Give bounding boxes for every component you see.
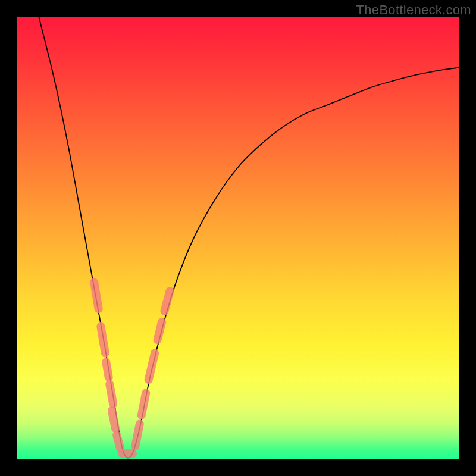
marker-group — [94, 282, 170, 453]
marker-segment — [158, 322, 162, 340]
marker-segment — [149, 353, 155, 380]
marker-segment — [106, 362, 108, 377]
marker-segment — [101, 327, 105, 353]
marker-segment — [94, 282, 98, 309]
marker-segment — [112, 411, 115, 428]
chart-frame: TheBottleneck.com — [0, 0, 476, 476]
marker-segment — [117, 435, 120, 448]
bottleneck-curve — [39, 17, 459, 458]
marker-segment — [142, 393, 146, 415]
marker-segment — [135, 424, 139, 446]
marker-segment — [165, 291, 170, 311]
plot-area — [17, 17, 459, 459]
watermark-text: TheBottleneck.com — [356, 2, 471, 18]
chart-svg — [17, 17, 459, 459]
marker-segment — [109, 384, 113, 404]
